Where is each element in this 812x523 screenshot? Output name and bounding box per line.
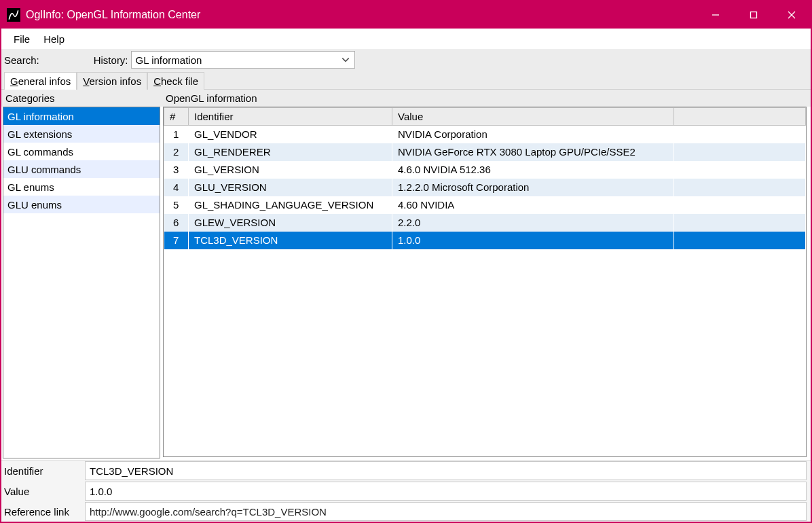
app-window: OglInfo: OpenGL Information Center File … (0, 0, 812, 523)
minimize-button[interactable] (697, 1, 735, 29)
table-row[interactable]: 6GLEW_VERSION2.2.0 (164, 214, 806, 232)
category-item[interactable]: GL commands (3, 143, 160, 160)
title-bar: OglInfo: OpenGL Information Center (1, 1, 811, 29)
cell-identifier: GLU_VERSION (189, 179, 392, 196)
history-combo[interactable]: GL information (131, 51, 355, 69)
cell-identifier: GL_RENDERER (189, 143, 392, 161)
main-pane: OpenGL information # Identifier Value (162, 90, 811, 460)
col-id-header[interactable]: Identifier (189, 108, 392, 126)
tab-row: General infos Version infos Check file (1, 70, 811, 90)
cell-identifier: GLEW_VERSION (189, 214, 392, 232)
table-row[interactable]: 5GL_SHADING_LANGUAGE_VERSION4.60 NVIDIA (164, 196, 806, 214)
detail-value-label: Value (1, 486, 85, 497)
col-value-header[interactable]: Value (392, 108, 674, 126)
cell-extra (674, 196, 806, 214)
detail-value-value[interactable]: 1.0.0 (85, 482, 807, 501)
cell-extra (674, 232, 806, 249)
window-buttons (697, 1, 811, 29)
cell-extra (674, 179, 806, 196)
cell-value: 2.2.0 (392, 214, 674, 232)
table-row[interactable]: 4GLU_VERSION1.2.2.0 Microsoft Corporatio… (164, 179, 806, 196)
category-item[interactable]: GL extensions (3, 125, 160, 143)
cell-identifier: GL_SHADING_LANGUAGE_VERSION (189, 196, 392, 214)
detail-reference-link[interactable]: http://www.google.com/search?q=TCL3D_VER… (85, 502, 807, 521)
menu-help[interactable]: Help (37, 31, 71, 48)
detail-pane: Identifier TCL3D_VERSION Value 1.0.0 Ref… (1, 460, 811, 522)
main-header: OpenGL information (162, 90, 811, 107)
info-table-body: 1GL_VENDORNVIDIA Corporation2GL_RENDERER… (164, 126, 806, 249)
cell-extra (674, 143, 806, 161)
category-item[interactable]: GL information (3, 107, 160, 125)
content-area: Categories GL informationGL extensionsGL… (1, 90, 811, 460)
table-row[interactable]: 1GL_VENDORNVIDIA Corporation (164, 126, 806, 143)
menu-file[interactable]: File (7, 31, 37, 48)
history-combo-value: GL information (136, 54, 341, 66)
cell-num: 1 (164, 126, 189, 143)
col-extra-header[interactable] (674, 108, 806, 126)
tab-version-infos[interactable]: Version infos (77, 72, 147, 90)
cell-num: 3 (164, 161, 189, 179)
detail-identifier-value[interactable]: TCL3D_VERSION (85, 461, 807, 480)
cell-extra (674, 214, 806, 232)
chevron-down-icon (341, 55, 350, 65)
cell-value: 1.0.0 (392, 232, 674, 249)
category-item[interactable]: GLU commands (3, 160, 160, 178)
app-icon (7, 8, 20, 22)
table-row[interactable]: 2GL_RENDERERNVIDIA GeForce RTX 3080 Lapt… (164, 143, 806, 161)
svg-rect-1 (751, 12, 757, 18)
table-wrap: # Identifier Value 1GL_VENDORNVIDIA Corp… (163, 107, 807, 457)
menu-bar: File Help (1, 29, 811, 50)
category-item[interactable]: GLU enums (3, 196, 160, 213)
cell-num: 5 (164, 196, 189, 214)
cell-num: 6 (164, 214, 189, 232)
table-row[interactable]: 7TCL3D_VERSION1.0.0 (164, 232, 806, 249)
sidebar-header: Categories (1, 90, 162, 107)
search-label: Search: (4, 54, 94, 66)
search-row: Search: History: GL information (1, 50, 811, 70)
col-num-header[interactable]: # (164, 108, 189, 126)
cell-identifier: GL_VENDOR (189, 126, 392, 143)
maximize-button[interactable] (735, 1, 773, 29)
history-label: History: (94, 54, 131, 66)
cell-num: 2 (164, 143, 189, 161)
tab-general-infos[interactable]: General infos (4, 72, 77, 90)
cell-identifier: GL_VERSION (189, 161, 392, 179)
window-title: OglInfo: OpenGL Information Center (26, 9, 697, 21)
close-button[interactable] (773, 1, 811, 29)
table-row[interactable]: 3GL_VERSION4.6.0 NVIDIA 512.36 (164, 161, 806, 179)
sidebar: Categories GL informationGL extensionsGL… (1, 90, 162, 460)
categories-list[interactable]: GL informationGL extensionsGL commandsGL… (3, 107, 160, 458)
cell-extra (674, 161, 806, 179)
cell-value: 4.6.0 NVIDIA 512.36 (392, 161, 674, 179)
category-item[interactable]: GL enums (3, 178, 160, 196)
detail-reference-label: Reference link (1, 506, 85, 518)
cell-num: 4 (164, 179, 189, 196)
cell-value: NVIDIA Corporation (392, 126, 674, 143)
cell-value: NVIDIA GeForce RTX 3080 Laptop GPU/PCIe/… (392, 143, 674, 161)
cell-extra (674, 126, 806, 143)
cell-value: 1.2.2.0 Microsoft Corporation (392, 179, 674, 196)
cell-value: 4.60 NVIDIA (392, 196, 674, 214)
cell-num: 7 (164, 232, 189, 249)
cell-identifier: TCL3D_VERSION (189, 232, 392, 249)
info-table[interactable]: # Identifier Value 1GL_VENDORNVIDIA Corp… (164, 107, 806, 249)
detail-identifier-label: Identifier (1, 465, 85, 477)
tab-check-file[interactable]: Check file (147, 72, 204, 90)
